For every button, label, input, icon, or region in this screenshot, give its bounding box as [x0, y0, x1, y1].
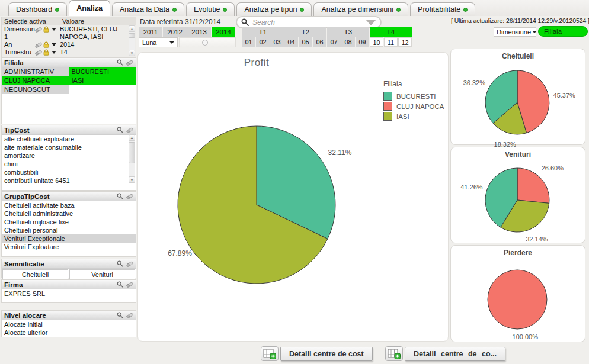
- panel-header[interactable]: Firma: [2, 280, 136, 289]
- filter-item-alte-materiale-consumabile[interactable]: alte materiale consumabile: [2, 143, 136, 152]
- clear-icon[interactable]: [35, 50, 42, 56]
- selections-scrollbar[interactable]: ▲ ▼: [129, 25, 135, 56]
- dimensiune-dropdown[interactable]: Dimensiune: [494, 27, 536, 37]
- search-dropdown-icon[interactable]: [366, 20, 376, 25]
- filter-item-administrativ[interactable]: ADMINISTRATIV: [2, 67, 69, 76]
- month-10[interactable]: 10: [370, 37, 383, 47]
- scroll-down-button[interactable]: ▼: [129, 50, 135, 56]
- tab-analiza-la-data[interactable]: Analiza la Data: [112, 2, 184, 16]
- filter-item-cheltuieli[interactable]: Cheltuieli: [2, 269, 68, 280]
- filter-item-cheltuieli-activitate-baza[interactable]: Cheltuieli activitate baza: [2, 201, 136, 210]
- detalii-centre-cost-button-1[interactable]: Detalii centre de cost: [261, 346, 373, 361]
- filter-item-alocate-ulterior[interactable]: Alocate ulterior: [2, 328, 136, 337]
- pie-slice-cluj-napoca[interactable]: [517, 168, 549, 203]
- month-05[interactable]: 05: [299, 37, 312, 47]
- filter-item-venituri[interactable]: Venituri: [69, 269, 135, 280]
- panel-header[interactable]: Nivel alocare: [2, 311, 136, 320]
- filter-item-bucuresti[interactable]: BUCURESTI: [69, 67, 136, 76]
- luna-aux-box[interactable]: [179, 37, 236, 47]
- year-2012[interactable]: 2012: [163, 27, 187, 37]
- filter-item-cluj-napoca[interactable]: CLUJ NAPOCA: [2, 76, 69, 85]
- clear-icon[interactable]: [126, 60, 133, 66]
- search-icon[interactable]: [117, 127, 123, 133]
- quarter-t3[interactable]: T3: [327, 27, 369, 37]
- search-icon[interactable]: [117, 59, 123, 66]
- year-2014[interactable]: 2014: [212, 27, 235, 37]
- month-06[interactable]: 06: [313, 37, 326, 47]
- filter-item-venituri-exploatare[interactable]: Venituri Exploatare: [2, 243, 136, 251]
- panel-header[interactable]: GrupaTipCost: [2, 192, 136, 201]
- scrollbar-thumb[interactable]: [129, 33, 135, 38]
- filter-item-contributii-unitate-6451[interactable]: contributii unitate 6451: [2, 176, 136, 185]
- quarter-t1[interactable]: T1: [242, 27, 284, 37]
- search-box[interactable]: [236, 16, 382, 28]
- vertical-scrollbar[interactable]: ▲▼: [129, 134, 135, 183]
- month-12[interactable]: 12: [398, 37, 412, 47]
- month-11[interactable]: 11: [384, 37, 398, 47]
- tab-analiza-pe-dimensiuni[interactable]: Analiza pe dimensiuni: [313, 2, 408, 16]
- month-01[interactable]: 01: [242, 37, 255, 47]
- clear-icon[interactable]: [35, 27, 42, 33]
- scrollbar-track[interactable]: [129, 32, 135, 50]
- scrollbar-thumb[interactable]: [129, 142, 135, 163]
- tab-dashboard[interactable]: Dashboard: [8, 2, 67, 16]
- filter-item-expres-srl[interactable]: EXPRES SRL: [2, 289, 136, 298]
- clear-icon[interactable]: [35, 42, 42, 48]
- search-icon[interactable]: [117, 260, 123, 267]
- scrollbar-track[interactable]: [129, 141, 135, 176]
- chevron-down-icon[interactable]: [52, 28, 56, 31]
- month-09[interactable]: 09: [356, 37, 369, 47]
- month-04[interactable]: 04: [284, 37, 298, 47]
- quarter-t2[interactable]: T2: [284, 27, 326, 37]
- filter-item-combustibili[interactable]: combustibili: [2, 168, 136, 176]
- dimensiune-label: Dimensiune: [497, 28, 531, 36]
- panel-header[interactable]: Filiala: [2, 58, 136, 67]
- detalii-centre-cost-button-2[interactable]: Detalii centre de co...: [385, 346, 505, 361]
- scroll-up-button[interactable]: ▲: [129, 25, 135, 32]
- month-08[interactable]: 08: [341, 37, 355, 47]
- filter-item-cheltuieli-personal[interactable]: Cheltuieli personal: [2, 226, 136, 234]
- pie-slice-cluj-napoca[interactable]: [488, 270, 547, 329]
- tab-evolutie[interactable]: Evolutie: [186, 2, 235, 16]
- filter-item-venituri-exceptionale[interactable]: Venituri Exceptionale: [2, 234, 136, 243]
- filter-item-cheltuieli-mijloace-fixe[interactable]: Cheltuieli mijloace fixe: [2, 218, 136, 226]
- search-icon[interactable]: [117, 281, 123, 288]
- month-03[interactable]: 03: [270, 37, 284, 47]
- clear-icon[interactable]: [126, 313, 133, 318]
- month-02[interactable]: 02: [256, 37, 270, 47]
- filter-item-cheltuieli-administrative[interactable]: Cheltuieli administrative: [2, 210, 136, 218]
- scroll-up-button[interactable]: ▲: [129, 134, 135, 141]
- year-2013[interactable]: 2013: [187, 27, 211, 37]
- lock-icon[interactable]: [43, 26, 49, 33]
- month-07[interactable]: 07: [327, 37, 341, 47]
- clear-icon[interactable]: [126, 282, 133, 288]
- filter-item-amortizare[interactable]: amortizare: [2, 152, 136, 160]
- filter-item-alocate-initial[interactable]: Alocate initial: [2, 320, 136, 328]
- year-2011[interactable]: 2011: [139, 27, 162, 37]
- radio-circle-icon[interactable]: [202, 40, 208, 46]
- tab-profitabilitate[interactable]: Profitabilitate: [410, 2, 475, 16]
- filter-item-alte-cheltuieli-exploatare[interactable]: alte cheltuieli exploatare: [2, 135, 136, 143]
- search-input[interactable]: [251, 18, 366, 27]
- luna-dropdown[interactable]: Luna: [139, 37, 178, 47]
- quarter-t4[interactable]: T4: [370, 27, 412, 37]
- lock-icon[interactable]: [43, 49, 49, 56]
- lock-icon[interactable]: [43, 41, 49, 48]
- search-icon[interactable]: [117, 193, 123, 199]
- tab-analiza[interactable]: Analiza: [69, 0, 110, 16]
- tab-analiza-pe-tipuri[interactable]: Analiza pe tipuri: [236, 2, 312, 16]
- filter-item-iasi[interactable]: IASI: [69, 76, 136, 85]
- filter-item-necunoscut[interactable]: NECUNOSCUT: [2, 85, 69, 94]
- dimensiune-value-pill[interactable]: Filiala: [538, 26, 588, 37]
- chevron-down-icon[interactable]: [52, 43, 56, 46]
- clear-icon[interactable]: [126, 127, 133, 133]
- clear-icon[interactable]: [126, 261, 133, 267]
- selection-value: 2014: [59, 41, 136, 49]
- panel-header[interactable]: Semnificatie: [2, 259, 136, 269]
- chevron-down-icon[interactable]: [52, 51, 56, 54]
- scroll-down-button[interactable]: ▼: [129, 176, 135, 183]
- filter-item-chirii[interactable]: chirii: [2, 160, 136, 168]
- panel-header[interactable]: TipCost: [2, 125, 136, 135]
- search-icon[interactable]: [117, 312, 123, 318]
- clear-icon[interactable]: [126, 194, 133, 199]
